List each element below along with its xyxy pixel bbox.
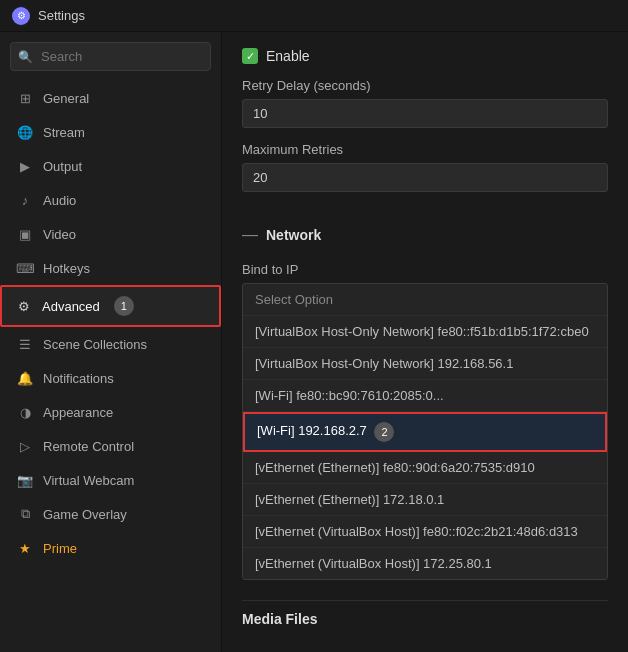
sidebar-item-label: Advanced — [42, 299, 100, 314]
sidebar-item-output[interactable]: ▶ Output — [0, 149, 221, 183]
media-files-section-title: Media Files — [242, 600, 608, 627]
sidebar-item-label: Appearance — [43, 405, 113, 420]
hotkeys-icon: ⌨ — [17, 260, 33, 276]
sidebar-item-label: Virtual Webcam — [43, 473, 134, 488]
dropdown-option-vbox-192[interactable]: [VirtualBox Host-Only Network] 192.168.5… — [243, 348, 607, 380]
search-icon: 🔍 — [18, 50, 33, 64]
scene-collections-icon: ☰ — [17, 336, 33, 352]
sidebar-item-advanced[interactable]: ⚙ Advanced 1 — [0, 285, 221, 327]
search-box[interactable]: 🔍 — [10, 42, 211, 71]
dropdown-option-wifi-192[interactable]: [Wi-Fi] 192.168.2.7 2 — [243, 412, 607, 452]
bind-to-ip-label: Bind to IP — [242, 262, 608, 277]
notifications-icon: 🔔 — [17, 370, 33, 386]
badge-2: 2 — [374, 422, 394, 442]
dropdown-option-vbox-fe80[interactable]: [VirtualBox Host-Only Network] fe80::f51… — [243, 316, 607, 348]
advanced-icon: ⚙ — [16, 298, 32, 314]
sidebar-item-game-overlay[interactable]: ⧉ Game Overlay — [0, 497, 221, 531]
dropdown-option-text: [Wi-Fi] 192.168.2.7 — [257, 423, 367, 438]
sidebar-item-label: General — [43, 91, 89, 106]
sidebar-item-hotkeys[interactable]: ⌨ Hotkeys — [0, 251, 221, 285]
remote-control-icon: ▷ — [17, 438, 33, 454]
audio-icon: ♪ — [17, 192, 33, 208]
prime-icon: ★ — [17, 540, 33, 556]
sidebar-item-label: Notifications — [43, 371, 114, 386]
network-section: — Network Bind to IP Select Option [Virt… — [242, 226, 608, 580]
sidebar-item-video[interactable]: ▣ Video — [0, 217, 221, 251]
dropdown-option-veth-vbox-fe80[interactable]: [vEthernet (VirtualBox Host)] fe80::f02c… — [243, 516, 607, 548]
max-retries-input[interactable] — [242, 163, 608, 192]
badge-1: 1 — [114, 296, 134, 316]
app-icon: ⚙ — [12, 7, 30, 25]
enable-row: ✓ Enable — [242, 48, 608, 64]
game-overlay-icon: ⧉ — [17, 506, 33, 522]
enable-checkbox[interactable]: ✓ — [242, 48, 258, 64]
sidebar-item-virtual-webcam[interactable]: 📷 Virtual Webcam — [0, 463, 221, 497]
dropdown-option-wifi-fe80[interactable]: [Wi-Fi] fe80::bc90:7610:2085:0... — [243, 380, 607, 412]
retry-delay-label: Retry Delay (seconds) — [242, 78, 608, 93]
video-icon: ▣ — [17, 226, 33, 242]
sidebar-item-label: Audio — [43, 193, 76, 208]
stream-icon: 🌐 — [17, 124, 33, 140]
bind-to-ip-dropdown[interactable]: Select Option [VirtualBox Host-Only Netw… — [242, 283, 608, 580]
titlebar: ⚙ Settings — [0, 0, 628, 32]
virtual-webcam-icon: 📷 — [17, 472, 33, 488]
enable-section: ✓ Enable Retry Delay (seconds) Maximum R… — [242, 48, 608, 206]
dropdown-option-veth-fe80[interactable]: [vEthernet (Ethernet)] fe80::90d:6a20:75… — [243, 452, 607, 484]
section-dash-icon: — — [242, 226, 258, 244]
enable-label: Enable — [266, 48, 310, 64]
sidebar-item-label: Output — [43, 159, 82, 174]
network-section-header: — Network — [242, 226, 608, 248]
dropdown-option-veth-vbox-172[interactable]: [vEthernet (VirtualBox Host)] 172.25.80.… — [243, 548, 607, 579]
sidebar-item-notifications[interactable]: 🔔 Notifications — [0, 361, 221, 395]
output-icon: ▶ — [17, 158, 33, 174]
general-icon: ⊞ — [17, 90, 33, 106]
sidebar-item-label: Stream — [43, 125, 85, 140]
sidebar-item-scene-collections[interactable]: ☰ Scene Collections — [0, 327, 221, 361]
sidebar: 🔍 ⊞ General 🌐 Stream ▶ Output ♪ Audio ▣ … — [0, 32, 222, 652]
appearance-icon: ◑ — [17, 404, 33, 420]
network-section-title: Network — [266, 227, 321, 243]
search-input[interactable] — [10, 42, 211, 71]
titlebar-title: Settings — [38, 8, 85, 23]
sidebar-item-prime[interactable]: ★ Prime — [0, 531, 221, 565]
sidebar-item-label: Game Overlay — [43, 507, 127, 522]
sidebar-item-audio[interactable]: ♪ Audio — [0, 183, 221, 217]
sidebar-item-stream[interactable]: 🌐 Stream — [0, 115, 221, 149]
sidebar-item-appearance[interactable]: ◑ Appearance — [0, 395, 221, 429]
sidebar-item-general[interactable]: ⊞ General — [0, 81, 221, 115]
dropdown-option-veth-172[interactable]: [vEthernet (Ethernet)] 172.18.0.1 — [243, 484, 607, 516]
sidebar-item-label: Remote Control — [43, 439, 134, 454]
sidebar-item-label: Prime — [43, 541, 77, 556]
sidebar-item-remote-control[interactable]: ▷ Remote Control — [0, 429, 221, 463]
sidebar-item-label: Video — [43, 227, 76, 242]
content-area: ✓ Enable Retry Delay (seconds) Maximum R… — [222, 32, 628, 652]
sidebar-item-label: Scene Collections — [43, 337, 147, 352]
max-retries-label: Maximum Retries — [242, 142, 608, 157]
retry-delay-input[interactable] — [242, 99, 608, 128]
sidebar-item-label: Hotkeys — [43, 261, 90, 276]
dropdown-option-placeholder[interactable]: Select Option — [243, 284, 607, 316]
